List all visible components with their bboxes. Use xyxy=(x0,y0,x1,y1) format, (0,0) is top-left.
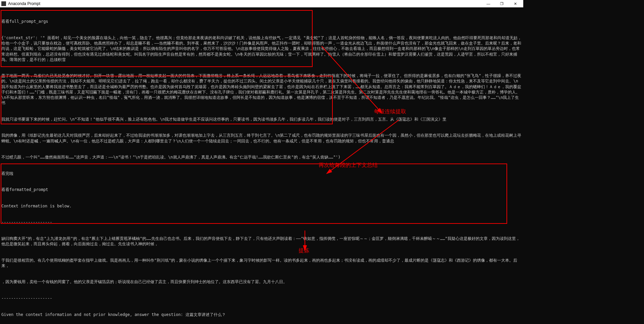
output-line: 看完啦 xyxy=(1,171,522,176)
output-line: 于我们是很相宜的。有几个便用纸糊的盔甲套在指甲上做戏。我是画画儿，用一种叫作"荆… xyxy=(1,258,522,268)
output-line: --------------------- xyxy=(1,296,522,301)
output-line: 看看full_prompt_args xyxy=(1,19,522,24)
output-line: {'context_str': '" 面看时，却见一个美女的脸露在墙头上，向他一… xyxy=(1,35,522,62)
output-line: 我就只读书要退下来的时候，赶忙问。\n"不知道！"他似乎很不高兴，脸上还有怒色包… xyxy=(1,117,522,122)
output-line: Given the context information and not pr… xyxy=(1,312,522,317)
annotation-label-2: 再次给每段的上下文总结 xyxy=(319,161,378,169)
output-line: 我的绣像，用《纸影记先生最初这几天对我很严厉，后来却好起来了，不过给我读的书渐渐… xyxy=(1,133,522,143)
output-line: --------------------- xyxy=(1,219,522,225)
terminal-output[interactable]: 看看full_prompt_args {'context_str': '" 面看… xyxy=(0,7,523,324)
window-title: Anaconda Prompt xyxy=(8,1,482,6)
output-line: 不过瞪几眼，一个叫"……傲然南面而有……"这声音，大声道：——\n"读书！"\n… xyxy=(1,154,522,160)
output-line: Context information is below. xyxy=(1,203,522,209)
window-titlebar: Anaconda Prompt — ❐ ✕ xyxy=(0,0,523,7)
close-button[interactable]: ✕ xyxy=(508,0,522,7)
arrow-2 xyxy=(315,115,459,187)
output-line: 盖了地面一两天，鸟雀们久已无处觅食的时候才好。扫开一块雪，露出地面，用一枝短棒支… xyxy=(1,73,522,106)
window-controls: — ❐ ✕ xyxy=(482,0,522,7)
output-line: 缺曰狗窦大开"的，有念"上九潜龙勿用"的，有念"厥土下上上错厥贡苞茅橘柚"的……… xyxy=(1,236,522,247)
output-line: ，因为要钱用，卖给一个有钱的同窗了。他的父亲是开锡箔店的；听说现在自己已经做了店… xyxy=(1,279,522,284)
app-icon xyxy=(1,1,6,6)
annotation-label-1: 每段连续提取 xyxy=(374,108,406,115)
annotation-label-3: 提炼 xyxy=(299,247,309,254)
output-line: 看看formatted_prompt xyxy=(1,187,522,192)
minimize-button[interactable]: — xyxy=(482,0,495,7)
maximize-button[interactable]: ❐ xyxy=(495,0,508,7)
